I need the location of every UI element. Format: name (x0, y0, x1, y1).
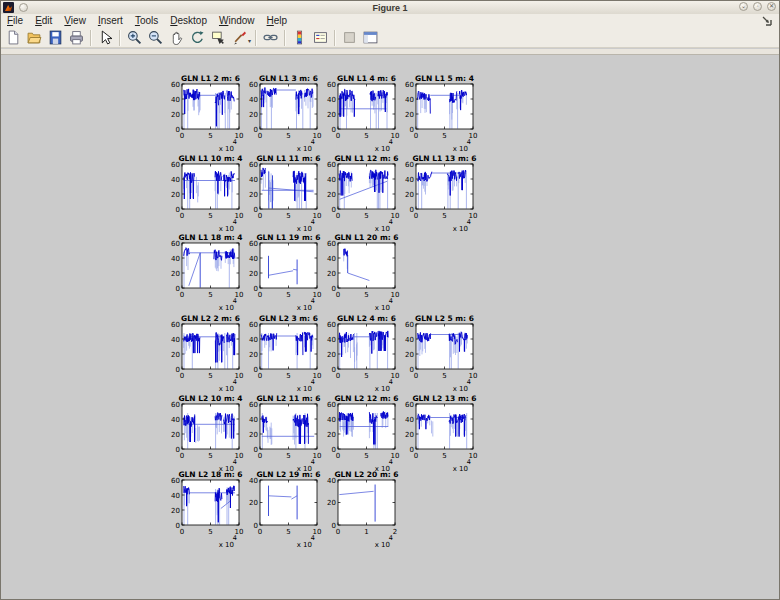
svg-text:0: 0 (254, 285, 258, 293)
new-figure-button[interactable] (3, 28, 24, 48)
subplot-gln-l1-5-m-4[interactable]: 051002040604x 10GLN L1 5 m: 4 (399, 72, 481, 158)
svg-text:60: 60 (327, 81, 336, 89)
zoom-in-button[interactable] (124, 28, 145, 48)
subplot-gln-l1-3-m-6[interactable]: 051002040604x 10GLN L1 3 m: 6 (243, 72, 325, 158)
axes[interactable]: 012020404x 10GLN L2 20 m: 6 (321, 468, 403, 550)
edit-plot-icon (98, 30, 113, 45)
svg-text:0: 0 (410, 366, 414, 374)
axes[interactable]: 051002040604x 10GLN L1 13 m: 6 (399, 152, 481, 234)
menu-item-edit[interactable]: Edit (29, 14, 58, 28)
svg-text:0: 0 (336, 212, 340, 220)
svg-text:20: 20 (171, 111, 180, 119)
subplot-gln-l1-4-m-6[interactable]: 051002040604x 10GLN L1 4 m: 6 (321, 72, 403, 158)
svg-text:0: 0 (176, 206, 180, 214)
brush-dropdown-caret[interactable]: ▾ (248, 37, 251, 44)
axes[interactable]: 051002040604x 10GLN L2 3 m: 6 (243, 312, 325, 394)
axes[interactable]: 051002040604x 10GLN L1 20 m: 6 (321, 231, 403, 313)
subplot-gln-l2-11-m-6[interactable]: 051002040604x 10GLN L2 11 m: 6 (243, 392, 325, 478)
minimize-button[interactable]: ⌄ (739, 2, 748, 11)
axes[interactable]: 051002040604x 10GLN L2 5 m: 6 (399, 312, 481, 394)
svg-text:0: 0 (176, 366, 180, 374)
subplot-gln-l2-10-m-4[interactable]: 051002040604x 10GLN L2 10 m: 4 (165, 392, 247, 478)
axes[interactable]: 051002040604x 10GLN L2 18 m: 6 (165, 468, 247, 550)
show-plot-tools-icon (363, 30, 378, 45)
axes[interactable]: 051002040604x 10GLN L2 2 m: 6 (165, 312, 247, 394)
axes[interactable]: 0510020404x 10GLN L2 19 m: 6 (243, 468, 325, 550)
print-figure-button[interactable] (66, 28, 87, 48)
axes[interactable]: 051002040604x 10GLN L2 12 m: 6 (321, 392, 403, 474)
axes[interactable]: 051002040604x 10GLN L1 2 m: 6 (165, 72, 247, 154)
axes[interactable]: 051002040604x 10GLN L1 3 m: 6 (243, 72, 325, 154)
subplot-gln-l1-19-m-6[interactable]: 051002040604x 10GLN L1 19 m: 6 (243, 231, 325, 317)
subplot-gln-l1-18-m-4[interactable]: 051002040604x 10GLN L1 18 m: 4 (165, 231, 247, 317)
subplot-gln-l2-19-m-6[interactable]: 0510020404x 10GLN L2 19 m: 6 (243, 468, 325, 554)
data-cursor-button[interactable] (208, 28, 229, 48)
svg-text:40: 40 (327, 255, 336, 263)
link-plot-icon (263, 30, 278, 45)
subplot-gln-l2-3-m-6[interactable]: 051002040604x 10GLN L2 3 m: 6 (243, 312, 325, 398)
subplot-gln-l2-18-m-6[interactable]: 051002040604x 10GLN L2 18 m: 6 (165, 468, 247, 554)
svg-text:20: 20 (405, 191, 414, 199)
insert-colorbar-icon (292, 30, 307, 45)
subplot-gln-l2-4-m-6[interactable]: 051002040604x 10GLN L2 4 m: 6 (321, 312, 403, 398)
subplot-gln-l1-11-m-6[interactable]: 051002040604x 10GLN L1 11 m: 6 (243, 152, 325, 238)
svg-text:20: 20 (327, 111, 336, 119)
axes[interactable]: 051002040604x 10GLN L2 10 m: 4 (165, 392, 247, 474)
hide-plot-tools-button[interactable] (339, 28, 360, 48)
axes[interactable]: 051002040604x 10GLN L1 10 m: 4 (165, 152, 247, 234)
insert-colorbar-button[interactable] (289, 28, 310, 48)
svg-text:60: 60 (405, 81, 414, 89)
svg-text:0: 0 (332, 126, 336, 134)
svg-text:x 10: x 10 (375, 304, 390, 312)
open-file-button[interactable] (24, 28, 45, 48)
rotate-3d-button[interactable] (187, 28, 208, 48)
axes[interactable]: 051002040604x 10GLN L1 4 m: 6 (321, 72, 403, 154)
axes[interactable]: 051002040604x 10GLN L1 12 m: 6 (321, 152, 403, 234)
subplot-gln-l2-12-m-6[interactable]: 051002040604x 10GLN L2 12 m: 6 (321, 392, 403, 478)
axes[interactable]: 051002040604x 10GLN L1 18 m: 4 (165, 231, 247, 313)
insert-legend-button[interactable] (310, 28, 331, 48)
axes[interactable]: 051002040604x 10GLN L1 19 m: 6 (243, 231, 325, 313)
save-figure-icon (48, 30, 63, 45)
subplot-gln-l2-5-m-6[interactable]: 051002040604x 10GLN L2 5 m: 6 (399, 312, 481, 398)
subplot-gln-l1-2-m-6[interactable]: 051002040604x 10GLN L1 2 m: 6 (165, 72, 247, 158)
menu-item-help[interactable]: Help (261, 14, 294, 28)
subplot-gln-l2-20-m-6[interactable]: 012020404x 10GLN L2 20 m: 6 (321, 468, 403, 554)
titlebar[interactable]: Figure 1 ⌄ ◦ ✕ (1, 1, 779, 15)
svg-text:40: 40 (171, 492, 180, 500)
close-button[interactable]: ✕ (767, 2, 776, 11)
axes[interactable]: 051002040604x 10GLN L1 5 m: 4 (399, 72, 481, 154)
menu-item-tools[interactable]: Tools (129, 14, 164, 28)
link-plot-button[interactable] (260, 28, 281, 48)
subplot-title: GLN L2 19 m: 6 (256, 470, 320, 479)
maximize-button[interactable]: ◦ (753, 2, 762, 11)
subplot-gln-l2-13-m-6[interactable]: 051002040604x 10GLN L2 13 m: 6 (399, 392, 481, 478)
brush-button[interactable] (229, 28, 250, 48)
menu-item-file[interactable]: File (1, 14, 29, 28)
axes[interactable]: 051002040604x 10GLN L2 4 m: 6 (321, 312, 403, 394)
subplot-title: GLN L1 20 m: 6 (334, 233, 398, 242)
subplot-gln-l1-20-m-6[interactable]: 051002040604x 10GLN L1 20 m: 6 (321, 231, 403, 317)
axes[interactable]: 051002040604x 10GLN L2 11 m: 6 (243, 392, 325, 474)
axes[interactable]: 051002040604x 10GLN L2 13 m: 6 (399, 392, 481, 474)
toolbar-separator (90, 30, 92, 46)
zoom-out-button[interactable] (145, 28, 166, 48)
subplot-gln-l2-2-m-6[interactable]: 051002040604x 10GLN L2 2 m: 6 (165, 312, 247, 398)
axes[interactable]: 051002040604x 10GLN L1 11 m: 6 (243, 152, 325, 234)
svg-text:40: 40 (171, 336, 180, 344)
menu-item-view[interactable]: View (58, 14, 92, 28)
menu-item-insert[interactable]: Insert (92, 14, 129, 28)
subplot-gln-l1-13-m-6[interactable]: 051002040604x 10GLN L1 13 m: 6 (399, 152, 481, 238)
show-plot-tools-button[interactable] (360, 28, 381, 48)
dock-figure-icon[interactable] (762, 16, 773, 27)
subplot-gln-l1-10-m-4[interactable]: 051002040604x 10GLN L1 10 m: 4 (165, 152, 247, 238)
figure-toolbar: ▾ (1, 28, 779, 48)
save-figure-button[interactable] (45, 28, 66, 48)
pan-button[interactable] (166, 28, 187, 48)
subplot-gln-l1-12-m-6[interactable]: 051002040604x 10GLN L1 12 m: 6 (321, 152, 403, 238)
edit-plot-button[interactable] (95, 28, 116, 48)
window-menu-button[interactable] (19, 3, 28, 12)
menu-item-window[interactable]: Window (213, 14, 261, 28)
menu-item-desktop[interactable]: Desktop (164, 14, 213, 28)
svg-text:40: 40 (327, 416, 336, 424)
